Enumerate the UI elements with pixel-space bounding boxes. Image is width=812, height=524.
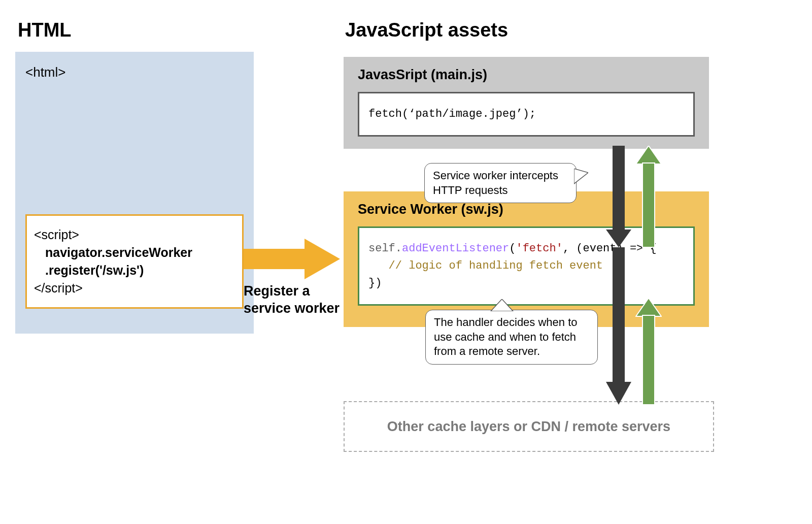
fetch-code: fetch(‘path/image.jpeg’); (358, 92, 695, 137)
script-box: <script> navigator.serviceWorker .regist… (25, 214, 244, 309)
intercept-callout: Service worker intercepts HTTP requests (424, 163, 577, 203)
svg-marker-2 (491, 299, 513, 311)
script-line-2: .register('/sw.js') (34, 261, 235, 279)
diagram-canvas: HTML JavaScript assets <html> <script> n… (0, 0, 812, 524)
callout-tail-icon (487, 299, 517, 311)
svg-rect-8 (642, 163, 655, 247)
register-label: Register a service worker (244, 283, 340, 317)
svg-marker-6 (606, 382, 631, 405)
script-close: </script> (34, 279, 235, 297)
html-section-title: HTML (18, 19, 72, 41)
svg-marker-0 (244, 239, 340, 279)
callout-tail-icon (574, 169, 588, 187)
svg-rect-3 (613, 146, 625, 232)
js-section-title: JavaScript assets (345, 19, 508, 41)
html-open-tag: <html> (25, 64, 244, 80)
remote-servers-box: Other cache layers or CDN / remote serve… (344, 401, 714, 452)
remote-servers-label: Other cache layers or CDN / remote serve… (387, 419, 670, 435)
script-line-1: navigator.serviceWorker (34, 244, 235, 261)
svg-marker-7 (636, 146, 661, 164)
handler-callout: The handler decides when to use cache an… (425, 310, 598, 365)
javascript-box: JavasSript (main.js) fetch(‘path/image.j… (344, 57, 709, 149)
response-up-arrow-icon (635, 146, 662, 405)
request-down-arrow-icon (606, 146, 631, 405)
svg-rect-5 (613, 247, 625, 384)
svg-marker-1 (574, 169, 588, 184)
script-open: <script> (34, 226, 235, 244)
javascript-box-title: JavasSript (main.js) (358, 67, 695, 83)
svg-marker-4 (606, 230, 631, 247)
svg-rect-10 (642, 315, 655, 405)
svg-marker-9 (636, 298, 661, 316)
register-arrow-icon (244, 239, 340, 279)
